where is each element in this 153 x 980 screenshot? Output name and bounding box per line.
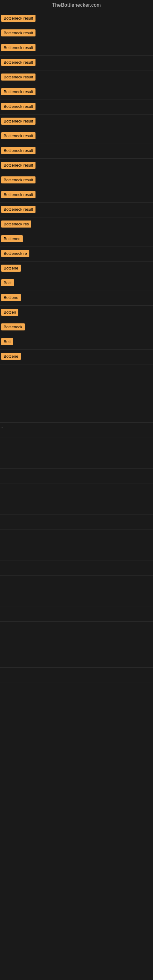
bottleneck-result-badge[interactable]: Bottleneck result bbox=[1, 132, 35, 139]
bottleneck-result-badge[interactable]: Bottleneck result bbox=[1, 162, 35, 169]
bottleneck-result-badge[interactable]: Bottleneck result bbox=[1, 29, 35, 37]
list-item: Bottleneck result bbox=[0, 100, 153, 115]
bottleneck-result-badge[interactable]: Bottlene bbox=[1, 265, 21, 272]
list-item: Bottlen bbox=[0, 305, 153, 320]
list-item: Bottlene bbox=[0, 291, 153, 305]
bottleneck-result-badge[interactable]: Bottleneck result bbox=[1, 59, 35, 66]
list-item: Bott bbox=[0, 335, 153, 350]
list-item: Bottleneck result bbox=[0, 56, 153, 70]
list-item: Bottleneck result bbox=[0, 41, 153, 56]
list-item: Bottleneck result bbox=[0, 12, 153, 26]
site-title: TheBottlenecker.com bbox=[0, 0, 153, 12]
list-item: Bottleneck result bbox=[0, 144, 153, 159]
list-item: Bottlene bbox=[0, 350, 153, 364]
bottleneck-result-badge[interactable]: Bottleneck result bbox=[1, 191, 35, 198]
bottleneck-result-badge[interactable]: Bottleneck bbox=[1, 323, 25, 331]
bottleneck-result-badge[interactable]: Bottlen bbox=[1, 309, 18, 316]
list-item: Bottleneck result bbox=[0, 203, 153, 218]
bottleneck-result-badge[interactable]: Bottl bbox=[1, 279, 14, 286]
list-item: Bottleneck result bbox=[0, 26, 153, 41]
bottleneck-result-badge[interactable]: Bott bbox=[1, 338, 13, 345]
bottleneck-result-badge[interactable]: Bottleneck result bbox=[1, 88, 35, 95]
list-item: Bottleneck result bbox=[0, 173, 153, 188]
bottleneck-result-badge[interactable]: Bottleneck re bbox=[1, 250, 29, 257]
bottleneck-result-badge[interactable]: Bottleneck result bbox=[1, 44, 35, 51]
list-item: Bottleneck result bbox=[0, 115, 153, 129]
ellipsis-marker: ... bbox=[1, 425, 3, 428]
list-item: Bottleneck result bbox=[0, 159, 153, 173]
bottleneck-result-badge[interactable]: Bottlene bbox=[1, 294, 21, 301]
bottleneck-result-badge[interactable]: Bottleneck res bbox=[1, 221, 31, 228]
list-item: Bottleneck result bbox=[0, 70, 153, 85]
list-item: Bottleneck result bbox=[0, 129, 153, 144]
list-item: Bottleneck result bbox=[0, 85, 153, 100]
list-item: Bottleneck res bbox=[0, 218, 153, 232]
bottleneck-result-badge[interactable]: Bottleneck result bbox=[1, 147, 35, 154]
list-item: Bottlene bbox=[0, 261, 153, 276]
bottleneck-result-badge[interactable]: Bottleneck result bbox=[1, 118, 35, 125]
list-item: Bottleneck re bbox=[0, 247, 153, 261]
list-item: Bottleneck result bbox=[0, 188, 153, 203]
bottleneck-result-badge[interactable]: Bottleneck result bbox=[1, 73, 35, 81]
bottleneck-result-badge[interactable]: Bottleneck result bbox=[1, 15, 35, 22]
bottleneck-result-badge[interactable]: Bottleneck result bbox=[1, 206, 35, 213]
list-item: Bottleneck bbox=[0, 320, 153, 335]
list-item: Bottl bbox=[0, 276, 153, 291]
list-item: Bottlenec bbox=[0, 232, 153, 247]
bottleneck-result-badge[interactable]: Bottleneck result bbox=[1, 177, 35, 183]
bottleneck-result-badge[interactable]: Bottleneck result bbox=[1, 103, 35, 110]
bottleneck-result-badge[interactable]: Bottlenec bbox=[1, 235, 22, 242]
bottleneck-result-badge[interactable]: Bottlene bbox=[1, 353, 21, 360]
